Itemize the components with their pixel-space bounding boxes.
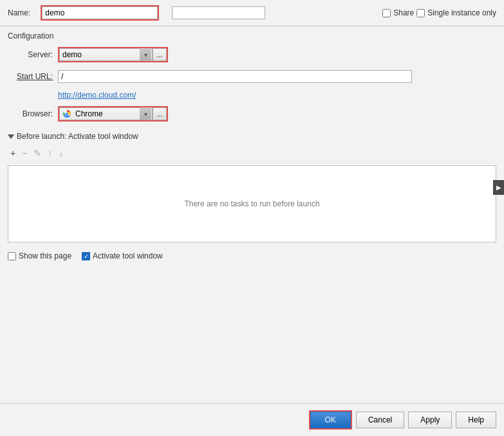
dialog: Name: Share Single instance only Configu…	[0, 0, 504, 436]
activate-checked-icon[interactable]	[82, 252, 90, 260]
remove-task-button[interactable]: −	[19, 147, 30, 159]
browser-select-inner: Chrome ▾	[59, 107, 153, 120]
show-page-text: Show this page	[19, 251, 71, 260]
browser-select-wrapper: Chrome ▾ ...	[58, 106, 168, 122]
server-label: Server:	[8, 50, 53, 59]
server-select[interactable]: demo	[59, 48, 153, 61]
single-instance-label: Single instance only	[427, 8, 496, 17]
share-checkbox-label[interactable]: Share	[382, 8, 414, 17]
activate-tool-window-text: Activate tool window	[93, 251, 163, 260]
share-label: Share	[393, 8, 414, 17]
cancel-button[interactable]: Cancel	[356, 412, 404, 428]
browser-row: Browser:	[8, 106, 496, 122]
content-area: Configuration Server: demo ▾ ... Start U…	[0, 26, 504, 266]
bottom-checkboxes: Show this page Activate tool window	[8, 251, 496, 260]
footer: OK Cancel Apply Help	[0, 403, 504, 436]
browser-label: Browser:	[8, 109, 53, 118]
vertical-tab[interactable]: ▶	[493, 180, 504, 195]
top-bar: Name: Share Single instance only	[0, 0, 504, 26]
show-page-label[interactable]: Show this page	[8, 251, 71, 260]
before-launch-triangle	[8, 134, 14, 139]
help-button[interactable]: Help	[456, 412, 496, 428]
share-checkbox[interactable]	[382, 9, 391, 17]
activate-tool-window-label[interactable]: Activate tool window	[82, 251, 163, 260]
name-input2[interactable]	[172, 6, 265, 19]
edit-task-button[interactable]: ✎	[31, 147, 44, 159]
configuration-label: Configuration	[8, 32, 496, 41]
single-instance-checkbox[interactable]	[416, 9, 425, 17]
browser-ellipsis-button[interactable]: ...	[153, 107, 167, 120]
name-input-wrapper	[41, 5, 159, 21]
start-url-row: Start URL:	[8, 70, 496, 83]
show-page-checkbox[interactable]	[8, 252, 16, 260]
url-hint[interactable]: http://demo.cloud.com/	[58, 91, 496, 100]
name-input[interactable]	[42, 6, 158, 19]
server-select-wrapper: demo ▾ ...	[58, 47, 168, 62]
name-label: Name:	[8, 8, 30, 17]
tasks-box: There are no tasks to run before launch	[8, 165, 496, 242]
start-url-input[interactable]	[58, 70, 412, 83]
single-instance-checkbox-label[interactable]: Single instance only	[416, 8, 496, 17]
ok-button[interactable]: OK	[310, 412, 351, 428]
before-launch-label: Before launch: Activate tool window	[17, 132, 138, 141]
move-up-button[interactable]: ↑	[45, 147, 55, 159]
apply-button[interactable]: Apply	[408, 412, 452, 428]
share-group: Share Single instance only	[382, 8, 496, 17]
ok-button-wrapper: OK	[309, 410, 352, 430]
move-down-button[interactable]: ↓	[56, 147, 66, 159]
no-tasks-text: There are no tasks to run before launch	[184, 199, 319, 208]
add-task-button[interactable]: +	[8, 147, 18, 159]
browser-select[interactable]: Chrome	[59, 107, 153, 120]
start-url-label: Start URL:	[8, 72, 53, 81]
toolbar-row: + − ✎ ↑ ↓	[8, 145, 496, 161]
server-ellipsis-button[interactable]: ...	[153, 48, 167, 61]
server-select-inner: demo ▾	[59, 48, 153, 61]
before-launch-toggle[interactable]: Before launch: Activate tool window	[8, 132, 496, 141]
server-row: Server: demo ▾ ...	[8, 47, 496, 62]
